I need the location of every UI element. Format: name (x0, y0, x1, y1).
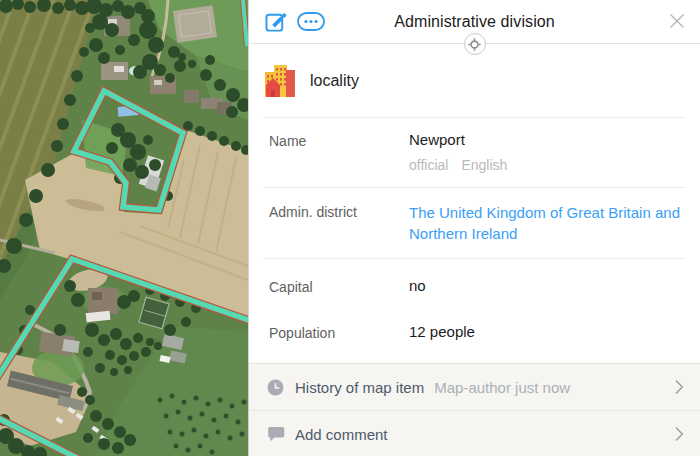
comment-icon (267, 426, 285, 443)
close-button[interactable] (669, 13, 685, 29)
history-label: History of map item (295, 379, 424, 396)
history-row[interactable]: History of map item Map-author just now (249, 364, 700, 410)
name-tags: official English (409, 157, 507, 173)
population-value: 12 people (409, 323, 475, 341)
admin-district-field-row: Admin. district The United Kingdom of Gr… (249, 188, 700, 258)
panel-footer: History of map item Map-author just now … (249, 363, 700, 456)
admin-district-link[interactable]: The United Kingdom of Great Britain and … (409, 202, 697, 258)
object-type-label: locality (310, 72, 359, 90)
admin-district-label: Admin. district (269, 202, 409, 258)
ellipsis-icon (297, 12, 325, 31)
capital-value: no (409, 277, 426, 295)
name-field-label: Name (269, 131, 409, 187)
population-label: Population (269, 323, 409, 341)
history-meta: Map-author just now (434, 379, 674, 396)
capital-field-row: Capital no (249, 259, 700, 295)
add-comment-row[interactable]: Add comment (249, 411, 700, 456)
satellite-imagery (0, 0, 248, 456)
edit-button[interactable] (265, 10, 288, 33)
locality-icon (265, 65, 295, 97)
add-comment-label: Add comment (295, 426, 388, 443)
chevron-right-icon (674, 379, 684, 395)
name-field-row: Name Newport official English (249, 118, 700, 187)
map-canvas[interactable] (0, 0, 248, 456)
boundary-segment-edge[interactable] (243, 0, 247, 46)
more-actions-button[interactable] (297, 12, 325, 31)
app-window: Administrative division (0, 0, 700, 456)
clock-icon (267, 379, 285, 396)
capital-label: Capital (269, 277, 409, 295)
attributes-block: Capital no Population 12 people (249, 259, 700, 364)
locate-on-map-button[interactable] (464, 33, 486, 55)
name-field-value: Newport (409, 131, 507, 148)
edit-pencil-icon (265, 10, 288, 33)
target-icon (468, 38, 481, 51)
population-field-row: Population 12 people (249, 295, 700, 341)
chevron-right-icon (674, 426, 684, 442)
name-tag-official: official (409, 157, 448, 173)
info-panel: Administrative division (248, 0, 700, 456)
close-icon (669, 13, 685, 29)
name-tag-language: English (461, 157, 507, 173)
